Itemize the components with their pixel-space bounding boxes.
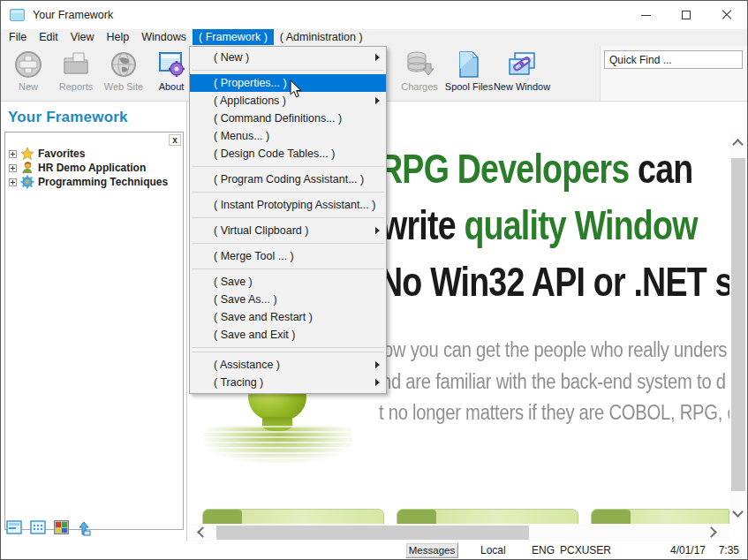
menu-item-save[interactable]: ( Save ) bbox=[190, 273, 386, 291]
vertical-scrollbar[interactable] bbox=[729, 133, 747, 524]
menu-separator bbox=[192, 243, 384, 244]
menu-separator bbox=[192, 166, 384, 167]
tree-close-button[interactable]: x bbox=[169, 134, 181, 146]
menu-administration[interactable]: ( Administration ) bbox=[274, 29, 369, 45]
menu-item-applications[interactable]: ( Applications ) bbox=[190, 92, 386, 110]
paragraph-line-2: nd are familiar with the back-end system… bbox=[382, 370, 726, 394]
menu-item-virtual-clipboard[interactable]: ( Virtual Clipboard ) bbox=[190, 222, 386, 239]
mouse-cursor bbox=[290, 79, 302, 98]
headline-line-3: No Win32 API or .NET sk bbox=[379, 257, 729, 306]
menu-view[interactable]: View bbox=[64, 29, 101, 45]
water-reflection bbox=[204, 426, 352, 463]
menu-item-command-definitions[interactable]: ( Command Definitions... ) bbox=[190, 110, 386, 127]
menu-item-menus[interactable]: ( Menus... ) bbox=[190, 127, 386, 145]
web-site-button[interactable]: Web Site bbox=[100, 49, 147, 98]
menu-separator bbox=[192, 347, 384, 348]
menu-separator bbox=[192, 269, 384, 269]
vertical-scrollbar-thumb[interactable] bbox=[731, 158, 745, 491]
menu-item-design-code-tables[interactable]: ( Design Code Tables... ) bbox=[190, 145, 386, 163]
scroll-left-icon[interactable] bbox=[197, 526, 208, 538]
new-button[interactable]: New bbox=[4, 49, 52, 98]
menu-bar: File Edit View Help Windows ( Framework … bbox=[1, 29, 747, 46]
color-grid-icon bbox=[54, 520, 69, 534]
tree-panel: x Favorites HR Demo Application bbox=[4, 132, 184, 530]
messages-button[interactable]: Messages bbox=[405, 542, 458, 558]
sort-ascending-icon bbox=[77, 520, 91, 536]
reports-folder-icon bbox=[61, 49, 91, 79]
tree-item-programming-techniques[interactable]: Programming Techniques bbox=[9, 175, 168, 189]
menu-file[interactable]: File bbox=[3, 29, 33, 45]
new-window-button[interactable]: New Window bbox=[498, 49, 546, 98]
menu-item-tracing[interactable]: ( Tracing ) bbox=[190, 374, 386, 391]
color-grid-button[interactable] bbox=[54, 520, 69, 536]
sidebar-title: Your Framework bbox=[8, 109, 128, 126]
tree-item-label: HR Demo Application bbox=[38, 162, 146, 174]
menu-item-properties[interactable]: ( Properties... ) bbox=[190, 74, 386, 92]
command-view-button[interactable] bbox=[6, 520, 22, 536]
scroll-down-icon[interactable] bbox=[732, 506, 744, 518]
tree-item-label: Favorites bbox=[38, 148, 85, 160]
about-button[interactable]: About bbox=[147, 49, 195, 98]
submenu-arrow-icon bbox=[375, 97, 380, 104]
scroll-right-icon[interactable] bbox=[706, 526, 717, 538]
about-window-gear-icon bbox=[156, 49, 186, 79]
app-icon bbox=[10, 9, 25, 21]
person-icon bbox=[20, 161, 34, 175]
framework-dropdown-menu: ( New ) ( Properties... ) ( Applications… bbox=[189, 46, 387, 394]
expand-icon[interactable] bbox=[9, 150, 17, 158]
submenu-arrow-icon bbox=[375, 227, 380, 234]
tree-item-hr-demo[interactable]: HR Demo Application bbox=[9, 161, 146, 175]
date-label: 4/01/17 bbox=[670, 544, 706, 556]
app-window: Your Framework File Edit View Help Windo… bbox=[0, 0, 748, 560]
window-view-icon bbox=[6, 520, 22, 534]
new-window-link-icon bbox=[507, 49, 537, 79]
menu-item-merge-tool[interactable]: ( Merge Tool ... ) bbox=[190, 247, 386, 265]
menu-item-program-coding-assistant[interactable]: ( Program Coding Assistant... ) bbox=[190, 170, 386, 188]
quick-find-input[interactable] bbox=[604, 50, 743, 69]
card-cap bbox=[592, 510, 631, 524]
menu-item-save-and-restart[interactable]: ( Save and Restart ) bbox=[190, 308, 386, 326]
horizontal-scrollbar[interactable] bbox=[188, 524, 729, 541]
charges-button[interactable]: Charges bbox=[396, 49, 443, 98]
charges-database-icon bbox=[404, 49, 434, 79]
menu-item-save-as[interactable]: ( Save As... ) bbox=[190, 291, 386, 308]
star-icon bbox=[20, 147, 34, 161]
menu-windows[interactable]: Windows bbox=[135, 29, 193, 45]
menu-item-new[interactable]: ( New ) bbox=[190, 49, 386, 66]
spool-files-document-icon bbox=[454, 49, 484, 79]
tree-item-favorites[interactable]: Favorites bbox=[9, 147, 85, 161]
spool-files-button[interactable]: Spool Files bbox=[445, 49, 493, 98]
green-card-1 bbox=[202, 509, 384, 524]
user-label: PCXUSER bbox=[560, 544, 611, 556]
menu-framework[interactable]: ( Framework ) bbox=[193, 29, 274, 45]
quick-find-panel bbox=[600, 46, 747, 101]
expand-icon[interactable] bbox=[9, 178, 17, 186]
expand-icon[interactable] bbox=[9, 164, 17, 172]
language-label: ENG bbox=[532, 544, 555, 556]
reports-button[interactable]: Reports bbox=[52, 49, 100, 98]
window-title: Your Framework bbox=[33, 9, 113, 21]
minimize-button[interactable] bbox=[625, 1, 666, 29]
menu-edit[interactable]: Edit bbox=[33, 29, 64, 45]
maximize-icon bbox=[682, 11, 691, 19]
submenu-arrow-icon bbox=[375, 379, 380, 386]
green-card-2 bbox=[397, 509, 578, 524]
card-cap bbox=[203, 510, 242, 524]
tree-item-label: Programming Techniques bbox=[38, 176, 168, 188]
sort-ascending-button[interactable] bbox=[77, 520, 91, 536]
maximize-button[interactable] bbox=[666, 1, 706, 29]
status-bar: Messages Local ENG PCXUSER 4/01/17 7:35 bbox=[1, 541, 747, 559]
menu-help[interactable]: Help bbox=[101, 29, 136, 45]
menu-item-instant-prototyping-assistant[interactable]: ( Instant Prototyping Assistant... ) bbox=[190, 196, 386, 214]
horizontal-scrollbar-thumb[interactable] bbox=[216, 526, 529, 540]
gear-icon bbox=[20, 175, 34, 189]
menu-separator bbox=[192, 352, 384, 352]
headline-line-2: write quality Window bbox=[382, 201, 698, 249]
details-view-icon bbox=[30, 520, 46, 534]
close-button[interactable] bbox=[706, 1, 747, 29]
menu-item-assistance[interactable]: ( Assistance ) bbox=[190, 356, 386, 374]
close-icon bbox=[722, 10, 732, 20]
details-view-button[interactable] bbox=[30, 520, 46, 536]
scroll-up-icon[interactable] bbox=[732, 139, 744, 150]
menu-item-save-and-exit[interactable]: ( Save and Exit ) bbox=[190, 326, 386, 344]
